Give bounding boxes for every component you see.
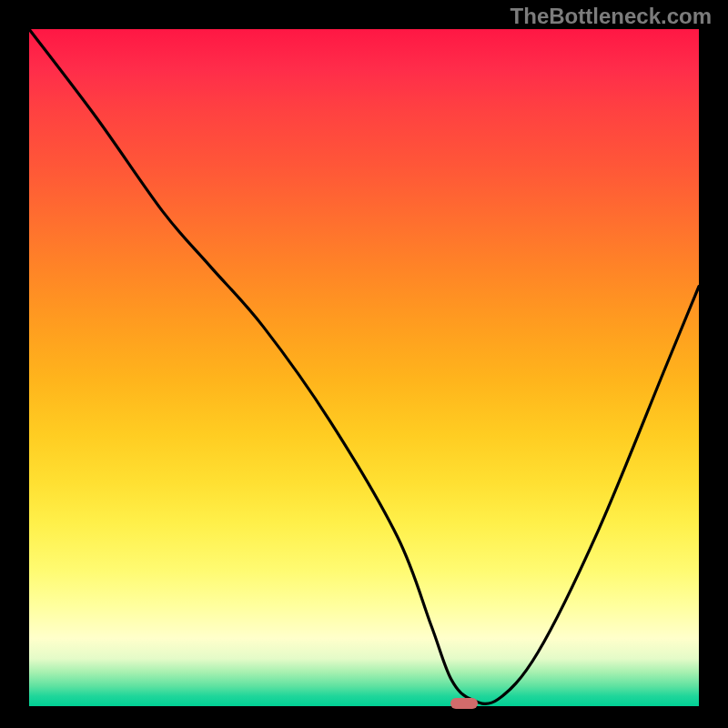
- plot-area: [29, 29, 699, 706]
- bottleneck-marker: [450, 698, 478, 709]
- watermark-text: TheBottleneck.com: [511, 4, 712, 29]
- bottleneck-curve: [29, 29, 699, 706]
- chart-container: TheBottleneck.com: [0, 0, 728, 728]
